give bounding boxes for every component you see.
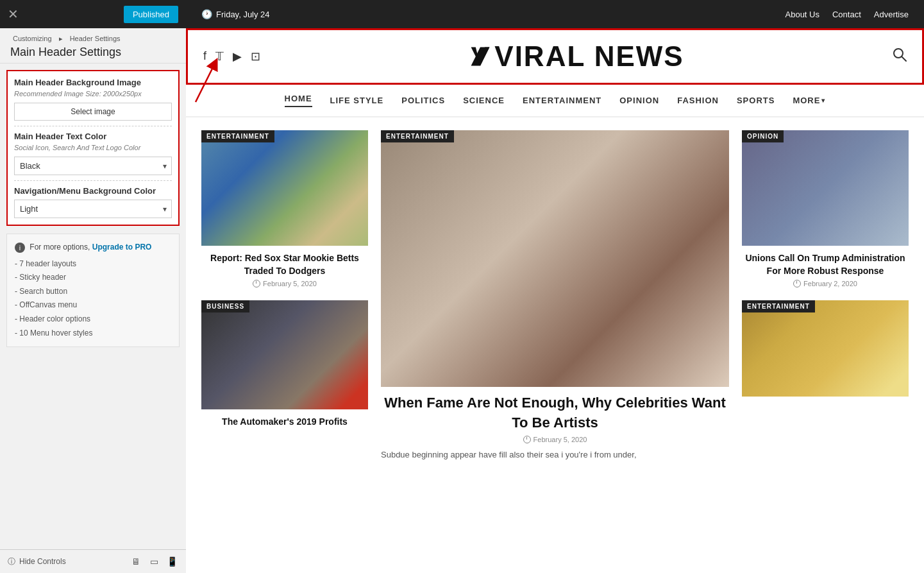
content-area: ENTERTAINMENT Report: Red Sox Star Mooki…	[186, 117, 924, 487]
article-thumb-wrapper-oscar: ENTERTAINMENT	[742, 300, 909, 397]
text-color-label: Main Header Text Color	[14, 132, 172, 141]
article-thumb-wrapper-engine: BUSINESS	[201, 300, 368, 409]
site-header: f 𝕋 ▶ ⊡ VIRAL NEWS	[186, 28, 924, 85]
breadcrumb-customizing[interactable]: Customizing	[13, 35, 52, 42]
article-card-engine: BUSINESS The Automaker's 2019 Profits	[201, 300, 368, 429]
feature-3: - Search button	[15, 285, 171, 299]
youtube-icon[interactable]: ▶	[233, 49, 242, 64]
nav-bg-select[interactable]: Light Dark	[14, 200, 172, 218]
top-bar: ✕ Published	[0, 0, 186, 28]
nav-bg-select-wrapper: Light Dark	[14, 200, 172, 218]
category-badge-business[interactable]: BUSINESS	[201, 300, 249, 312]
twitter-icon[interactable]: 𝕋	[215, 49, 224, 64]
search-icon[interactable]	[893, 47, 907, 65]
text-color-sub: Social Icon, Search And Text Logo Color	[14, 144, 172, 151]
article-title-engine: The Automaker's 2019 Profits	[201, 416, 368, 429]
article-thumb-baseball	[201, 130, 368, 246]
article-date-celeb: February 5, 2020	[533, 436, 587, 443]
nav-home[interactable]: HOME	[285, 94, 312, 107]
article-date-unions: February 2, 2020	[803, 280, 857, 287]
date-text: Friday, July 24	[216, 10, 270, 19]
feature-1: - 7 header layouts	[15, 257, 171, 271]
site-logo: VIRAL NEWS	[260, 40, 893, 73]
logo-brand-text: VIRAL NEWS	[494, 40, 684, 73]
logo-text: VIRAL NEWS	[260, 40, 893, 73]
center-column: ENTERTAINMENT When Fame Are Not Enough, …	[381, 130, 729, 474]
upgrade-box: i For more options, Upgrade to PRO - 7 h…	[6, 234, 180, 347]
hide-controls-label: Hide Controls	[19, 557, 66, 566]
divider1	[14, 126, 172, 126]
hide-controls-button[interactable]: ⓘ Hide Controls	[8, 556, 66, 567]
tablet-view-icon[interactable]: ▭	[147, 555, 160, 568]
breadcrumb-section[interactable]: Header Settings	[70, 35, 121, 42]
nav-sports[interactable]: SPORTS	[737, 96, 775, 105]
nav-politics[interactable]: POLITICS	[401, 96, 445, 105]
view-icons: 🖥 ▭ 📱	[130, 555, 178, 568]
nav-opinion[interactable]: OPINION	[619, 96, 659, 105]
social-icons: f 𝕋 ▶ ⊡	[203, 49, 260, 64]
feature-6: - 10 Menu hover styles	[15, 327, 171, 341]
breadcrumb-area: Customizing ▸ Header Settings Main Heade…	[0, 28, 186, 64]
instagram-icon[interactable]: ⊡	[251, 49, 260, 64]
bg-image-label: Main Header Background Image	[14, 78, 172, 87]
close-button[interactable]: ✕	[8, 6, 19, 22]
advertise-link[interactable]: Advertise	[874, 10, 909, 19]
desktop-view-icon[interactable]: 🖥	[130, 555, 142, 568]
clock-icon-baseball	[253, 280, 260, 287]
site-top-bar: 🕐 Friday, July 24 About Us Contact Adver…	[186, 0, 924, 28]
article-thumb-wrapper-celeb: ENTERTAINMENT	[381, 130, 729, 387]
customizer-panel: ✕ Published Customizing ▸ Header Setting…	[0, 0, 186, 573]
article-thumb-celeb	[381, 130, 729, 387]
svg-line-5	[902, 56, 906, 61]
nav-lifestyle[interactable]: LIFE STYLE	[330, 96, 384, 105]
article-thumb-wrapper-trump: OPINION	[742, 130, 909, 246]
article-thumb-trump	[742, 130, 909, 246]
category-badge-entertainment3[interactable]: ENTERTAINMENT	[742, 300, 815, 312]
text-color-select[interactable]: Black White	[14, 157, 172, 175]
bottom-bar: ⓘ Hide Controls 🖥 ▭ 📱	[0, 549, 186, 573]
nav-fashion[interactable]: FASHION	[677, 96, 719, 105]
category-badge-opinion[interactable]: OPINION	[742, 130, 784, 142]
nav-entertainment[interactable]: ENTERTAINMENT	[523, 96, 601, 105]
article-excerpt-celeb: Subdue beginning appear have fill also t…	[381, 449, 729, 462]
left-column: ENTERTAINMENT Report: Red Sox Star Mooki…	[201, 130, 368, 474]
date-area: 🕐 Friday, July 24	[201, 9, 270, 19]
article-meta-celeb: February 5, 2020	[381, 436, 729, 443]
settings-block: Main Header Background Image Recommended…	[6, 70, 180, 226]
upgrade-link[interactable]: Upgrade to PRO	[92, 243, 152, 252]
panel-title: Main Header Settings	[10, 46, 176, 59]
nav-more[interactable]: MORE ▾	[793, 96, 825, 105]
article-date-baseball: February 5, 2020	[263, 280, 317, 287]
facebook-icon[interactable]: f	[203, 49, 206, 64]
article-meta-baseball: February 5, 2020	[201, 280, 368, 287]
info-icon: i	[15, 243, 25, 253]
breadcrumb-separator: ▸	[59, 35, 63, 42]
article-meta-unions: February 2, 2020	[742, 280, 909, 287]
article-card-baseball: ENTERTAINMENT Report: Red Sox Star Mooki…	[201, 130, 368, 287]
about-us-link[interactable]: About Us	[785, 10, 819, 19]
article-card-celeb: ENTERTAINMENT When Fame Are Not Enough, …	[381, 130, 729, 461]
site-preview: 🕐 Friday, July 24 About Us Contact Adver…	[186, 0, 924, 573]
category-badge-entertainment1[interactable]: ENTERTAINMENT	[201, 130, 274, 142]
clock-icon-unions	[793, 280, 801, 287]
clock-icon-celeb	[523, 436, 531, 443]
category-badge-entertainment2[interactable]: ENTERTAINMENT	[381, 130, 454, 142]
feature-2: - Sticky header	[15, 271, 171, 285]
select-image-button[interactable]: Select image	[14, 103, 172, 121]
top-nav-links: About Us Contact Advertise	[785, 10, 909, 19]
text-color-select-wrapper: Black White	[14, 157, 172, 175]
article-title-unions: Unions Call On Trump Administration For …	[742, 252, 909, 277]
article-thumb-engine	[201, 300, 368, 409]
bg-image-sub: Recommended Image Size: 2000x250px	[14, 90, 172, 98]
published-button[interactable]: Published	[124, 6, 178, 23]
divider2	[14, 180, 172, 181]
feature-4: - OffCanvas menu	[15, 298, 171, 312]
article-title-baseball: Report: Red Sox Star Mookie Betts Traded…	[201, 252, 368, 277]
contact-link[interactable]: Contact	[832, 10, 861, 19]
mobile-view-icon[interactable]: 📱	[165, 555, 178, 568]
breadcrumb: Customizing ▸ Header Settings	[10, 35, 176, 43]
nav-science[interactable]: SCIENCE	[463, 96, 505, 105]
features-list: - 7 header layouts - Sticky header - Sea…	[15, 257, 171, 341]
site-nav: HOME LIFE STYLE POLITICS SCIENCE ENTERTA…	[186, 85, 924, 117]
article-title-celeb: When Fame Are Not Enough, Why Celebritie…	[381, 393, 729, 433]
